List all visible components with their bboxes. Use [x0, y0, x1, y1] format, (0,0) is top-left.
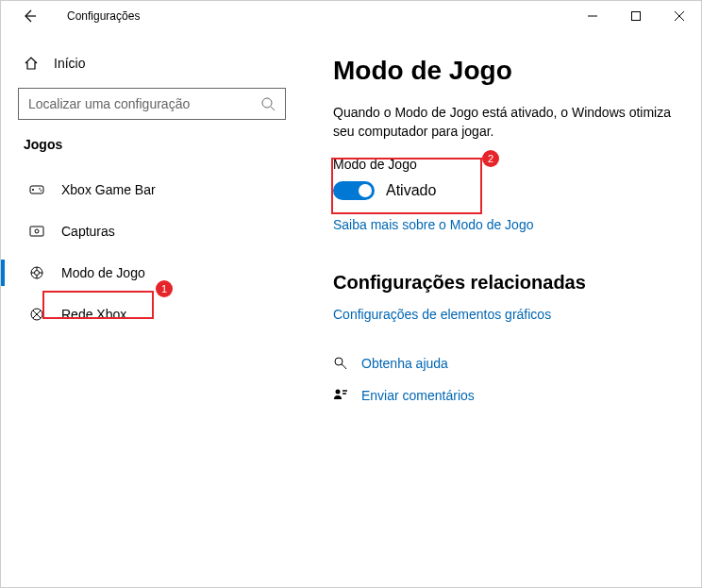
feedback-link[interactable]: Enviar comentários — [361, 388, 475, 403]
game-mode-toggle[interactable] — [333, 181, 375, 200]
home-label: Início — [54, 56, 85, 71]
titlebar: Configurações — [1, 1, 701, 31]
related-link[interactable]: Configurações de elementos gráficos — [333, 307, 673, 322]
minimize-button[interactable] — [571, 1, 614, 31]
close-icon — [675, 11, 684, 21]
home-link[interactable]: Início — [18, 50, 286, 88]
page-heading: Modo de Jogo — [333, 56, 673, 86]
window-title: Configurações — [67, 9, 140, 23]
svg-point-1 — [262, 98, 272, 108]
sidebar: Início Localizar uma configuração Jogos … — [1, 31, 303, 587]
close-button[interactable] — [658, 1, 701, 31]
toggle-label: Modo de Jogo — [333, 157, 673, 172]
search-icon — [260, 96, 276, 111]
game-mode-icon — [29, 265, 44, 280]
maximize-icon — [631, 11, 641, 21]
captures-icon — [29, 224, 44, 239]
minimize-icon — [588, 11, 597, 21]
sidebar-item-xbox-network[interactable]: Rede Xbox — [18, 294, 286, 335]
related-heading: Configurações relacionadas — [333, 272, 673, 294]
help-icon — [333, 356, 348, 371]
feedback-icon — [333, 388, 348, 403]
sidebar-item-label: Rede Xbox — [61, 307, 126, 322]
section-label: Jogos — [24, 137, 286, 152]
learn-more-link[interactable]: Saiba mais sobre o Modo de Jogo — [333, 217, 673, 232]
main-content: Modo de Jogo Quando o Modo de Jogo está … — [303, 31, 701, 587]
svg-rect-5 — [30, 227, 43, 236]
arrow-left-icon — [22, 8, 37, 24]
svg-point-10 — [335, 358, 343, 365]
back-button[interactable] — [14, 1, 44, 31]
feedback-row: Enviar comentários — [333, 388, 673, 403]
window-controls — [571, 1, 701, 31]
sidebar-item-label: Modo de Jogo — [61, 265, 145, 280]
toggle-section: Modo de Jogo Ativado — [333, 157, 673, 200]
sidebar-item-label: Capturas — [61, 224, 115, 239]
sidebar-item-label: Xbox Game Bar — [61, 182, 156, 197]
svg-point-11 — [336, 389, 341, 394]
svg-point-8 — [35, 271, 40, 276]
search-input[interactable]: Localizar uma configuração — [18, 88, 286, 120]
svg-rect-0 — [632, 12, 641, 21]
toggle-state-label: Ativado — [386, 182, 436, 199]
home-icon — [24, 56, 39, 71]
sidebar-item-game-mode[interactable]: Modo de Jogo — [18, 252, 286, 294]
svg-point-6 — [35, 229, 39, 233]
svg-point-3 — [39, 188, 41, 190]
svg-point-4 — [41, 190, 42, 192]
xbox-network-icon — [29, 307, 44, 322]
help-link[interactable]: Obtenha ajuda — [361, 356, 448, 371]
help-row: Obtenha ajuda — [333, 356, 673, 371]
search-placeholder: Localizar uma configuração — [28, 96, 260, 111]
sidebar-item-captures[interactable]: Capturas — [18, 210, 286, 252]
sidebar-item-xbox-game-bar[interactable]: Xbox Game Bar — [18, 169, 286, 210]
maximize-button[interactable] — [614, 1, 658, 31]
game-bar-icon — [29, 182, 44, 197]
page-description: Quando o Modo de Jogo está ativado, o Wi… — [333, 103, 673, 142]
